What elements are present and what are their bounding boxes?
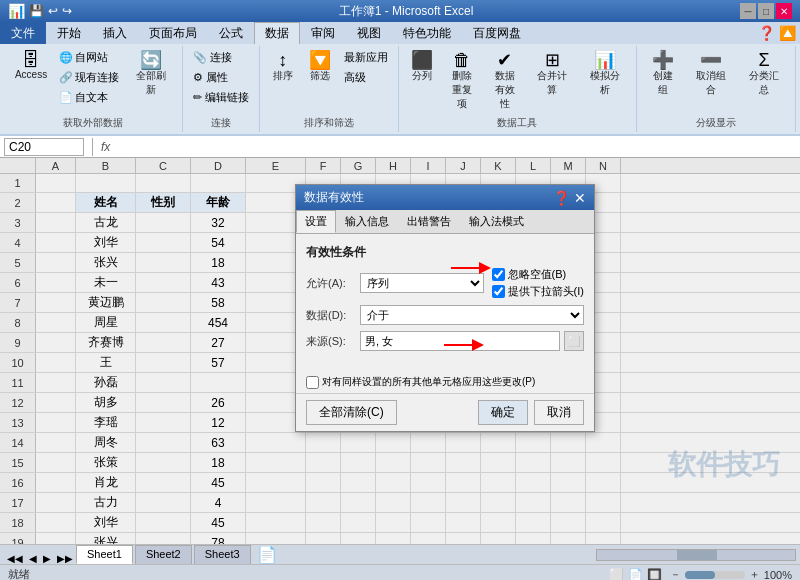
page-view-button[interactable]: 📄 — [628, 568, 643, 581]
quick-redo[interactable]: ↪ — [62, 4, 72, 18]
cell[interactable]: 18 — [191, 253, 246, 272]
cell[interactable] — [36, 433, 76, 452]
zoom-in-button[interactable]: ＋ — [749, 567, 760, 580]
source-input[interactable] — [360, 331, 560, 351]
cell[interactable] — [136, 174, 191, 192]
cell[interactable] — [341, 433, 376, 452]
cell[interactable] — [36, 353, 76, 372]
row-header[interactable]: 1 — [0, 174, 36, 192]
cell[interactable]: 性别 — [136, 193, 191, 212]
tab-review[interactable]: 审阅 — [300, 22, 346, 44]
web-button[interactable]: 🌐自网站 — [55, 48, 123, 67]
tab-formula[interactable]: 公式 — [208, 22, 254, 44]
help-icon[interactable]: ❓ — [758, 25, 775, 41]
cell[interactable] — [191, 373, 246, 392]
ok-button[interactable]: 确定 — [478, 400, 528, 425]
cell[interactable]: 63 — [191, 433, 246, 452]
cell[interactable] — [586, 533, 621, 544]
cell[interactable] — [246, 513, 306, 532]
row-header[interactable]: 6 — [0, 273, 36, 292]
sheet-fwd-button[interactable]: ▶ — [40, 553, 54, 564]
dialog-tab-error[interactable]: 出错警告 — [398, 210, 460, 233]
cell[interactable] — [36, 513, 76, 532]
subtotal-button[interactable]: Σ 分类汇总 — [739, 48, 789, 100]
row-header[interactable]: 16 — [0, 473, 36, 492]
clear-all-button[interactable]: 全部清除(C) — [306, 400, 397, 425]
cell[interactable] — [376, 453, 411, 472]
filter-button[interactable]: 🔽 筛选 — [303, 48, 337, 86]
zoom-slider[interactable] — [685, 571, 745, 579]
name-box[interactable] — [4, 138, 84, 156]
cell[interactable] — [36, 453, 76, 472]
cell[interactable]: 43 — [191, 273, 246, 292]
cell[interactable] — [446, 453, 481, 472]
row-header[interactable]: 14 — [0, 433, 36, 452]
cell[interactable] — [411, 513, 446, 532]
cell[interactable] — [411, 433, 446, 452]
data-select[interactable]: 介于 — [360, 305, 584, 325]
cell[interactable] — [36, 493, 76, 512]
cell[interactable] — [136, 513, 191, 532]
cell[interactable] — [376, 533, 411, 544]
col-header-h[interactable]: H — [376, 158, 411, 173]
cell[interactable]: 王 — [76, 353, 136, 372]
col-header-m[interactable]: M — [551, 158, 586, 173]
cell[interactable]: 胡多 — [76, 393, 136, 412]
col-header-k[interactable]: K — [481, 158, 516, 173]
refresh-all-button[interactable]: 🔄 全部刷新 — [126, 48, 176, 100]
cell[interactable]: 刘华 — [76, 513, 136, 532]
cell[interactable] — [136, 213, 191, 232]
cell[interactable] — [446, 493, 481, 512]
allow-select[interactable]: 序列 — [360, 273, 484, 293]
quick-undo[interactable]: ↩ — [48, 4, 58, 18]
cell[interactable] — [136, 473, 191, 492]
cell[interactable]: 45 — [191, 473, 246, 492]
cell[interactable]: 年龄 — [191, 193, 246, 212]
cell[interactable]: 张兴 — [76, 253, 136, 272]
dialog-close-button[interactable]: ✕ — [574, 190, 586, 206]
cell[interactable] — [36, 273, 76, 292]
cell[interactable] — [36, 313, 76, 332]
cell[interactable] — [446, 433, 481, 452]
minimize-button[interactable]: ─ — [740, 3, 756, 19]
cell[interactable] — [516, 453, 551, 472]
data-validation-dialog[interactable]: 数据有效性 ❓ ✕ 设置 输入信息 出错警告 输入法模式 有效性条件 允许(A)… — [295, 184, 595, 432]
cell[interactable] — [36, 413, 76, 432]
cell[interactable] — [136, 433, 191, 452]
cell[interactable]: 18 — [191, 453, 246, 472]
cell[interactable] — [411, 533, 446, 544]
cell[interactable] — [376, 513, 411, 532]
sheet-back-button[interactable]: ◀ — [26, 553, 40, 564]
page-break-view-button[interactable]: 🔲 — [647, 568, 662, 581]
dropdown-checkbox[interactable] — [492, 285, 505, 298]
row-header[interactable]: 2 — [0, 193, 36, 212]
cell[interactable] — [36, 393, 76, 412]
cell[interactable] — [306, 533, 341, 544]
simulation-button[interactable]: 📊 模拟分析 — [580, 48, 630, 100]
cell[interactable] — [136, 293, 191, 312]
cell[interactable] — [341, 453, 376, 472]
cell[interactable] — [36, 233, 76, 252]
zoom-out-button[interactable]: － — [670, 567, 681, 580]
minimize-ribbon-icon[interactable]: 🔼 — [779, 25, 796, 41]
sheet-last-button[interactable]: ▶▶ — [54, 553, 76, 564]
cell[interactable]: 周星 — [76, 313, 136, 332]
formula-input[interactable] — [114, 140, 796, 154]
cell[interactable] — [341, 513, 376, 532]
tab-data[interactable]: 数据 — [254, 22, 300, 44]
row-header[interactable]: 17 — [0, 493, 36, 512]
cell[interactable] — [341, 533, 376, 544]
cell[interactable] — [36, 193, 76, 212]
source-range-button[interactable]: ⬜ — [564, 331, 584, 351]
cell[interactable] — [246, 453, 306, 472]
cell[interactable] — [551, 493, 586, 512]
cell[interactable] — [551, 513, 586, 532]
cell[interactable] — [36, 473, 76, 492]
cell[interactable] — [36, 213, 76, 232]
cell[interactable] — [586, 453, 621, 472]
cell[interactable] — [306, 453, 341, 472]
tab-special[interactable]: 特色功能 — [392, 22, 462, 44]
cell[interactable]: 12 — [191, 413, 246, 432]
col-header-l[interactable]: L — [516, 158, 551, 173]
cell[interactable]: 古龙 — [76, 213, 136, 232]
